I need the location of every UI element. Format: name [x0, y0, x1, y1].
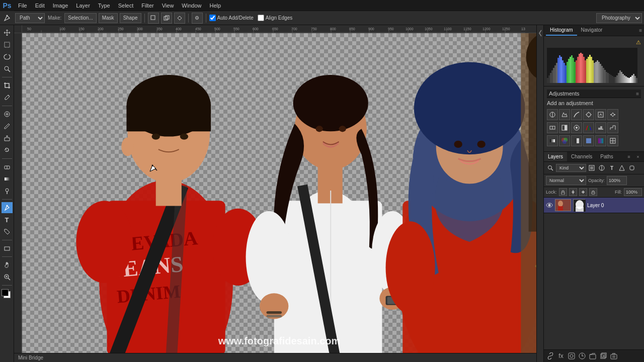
layer-visibility-btn[interactable]	[546, 202, 553, 209]
lock-transparency-btn[interactable]	[559, 188, 567, 196]
menu-image[interactable]: Image	[49, 2, 72, 10]
type-tool[interactable]: T	[2, 214, 13, 225]
pen-tool[interactable]	[2, 202, 13, 213]
blend-mode-select[interactable]: Normal Dissolve Multiply Screen Overlay	[546, 176, 586, 185]
menu-select[interactable]: Select	[114, 2, 138, 10]
mask-btn[interactable]: Mask	[99, 13, 118, 23]
path-ops-icon[interactable]	[148, 13, 159, 24]
lock-all-btn[interactable]	[589, 188, 597, 196]
delete-layer-btn[interactable]	[609, 351, 618, 360]
mini-bridge[interactable]: Mini Bridge	[14, 353, 536, 362]
menu-view[interactable]: View	[158, 2, 178, 10]
crop-tool[interactable]	[2, 80, 13, 91]
layers-panel-close[interactable]: ×	[634, 153, 642, 161]
color-swatches[interactable]	[2, 289, 13, 300]
lock-image-btn[interactable]	[569, 188, 577, 196]
svg-rect-166	[610, 75, 612, 83]
link-layers-btn[interactable]	[546, 351, 555, 360]
align-edges-checkbox[interactable]: Align Edges	[258, 15, 292, 21]
zoom-tool[interactable]	[2, 272, 13, 283]
layer-filter-kind[interactable]: Kind Name Effect Mode Attribute Color	[556, 164, 586, 172]
gradient-fill-btn[interactable]	[595, 135, 606, 146]
align-edges-input[interactable]	[258, 15, 264, 21]
new-fill-adj-btn[interactable]	[578, 351, 587, 360]
path-arrange-icon[interactable]	[174, 13, 185, 24]
color-balance-btn[interactable]	[547, 122, 558, 133]
gear-icon[interactable]: ⚙	[192, 13, 203, 24]
menu-edit[interactable]: Edit	[31, 2, 49, 10]
history-brush-tool[interactable]	[2, 145, 13, 156]
levels-btn[interactable]	[559, 109, 570, 120]
move-tool[interactable]	[2, 27, 13, 38]
shape-tool[interactable]	[2, 243, 13, 254]
path-type-select[interactable]: Path Shape Pixels	[15, 13, 45, 23]
filter-smart-icon[interactable]	[627, 163, 636, 172]
auto-add-delete-checkbox[interactable]: Auto Add/Delete	[209, 15, 254, 21]
tab-histogram[interactable]: Histogram	[546, 25, 577, 36]
add-mask-btn[interactable]	[567, 351, 576, 360]
new-group-btn[interactable]	[588, 351, 597, 360]
shape-btn[interactable]: Shape	[120, 13, 141, 23]
brush-tool[interactable]	[2, 121, 13, 132]
menu-filter[interactable]: Filter	[137, 2, 157, 10]
brightness-contrast-btn[interactable]	[547, 109, 558, 120]
photo-filter-btn[interactable]	[571, 122, 582, 133]
filter-pixel-icon[interactable]	[587, 163, 596, 172]
channel-mixer-btn[interactable]	[583, 122, 594, 133]
exposure-btn[interactable]	[583, 109, 594, 120]
selective-color-btn[interactable]	[559, 135, 570, 146]
workspace-preset-select[interactable]: Photography Essentials 3D Painting	[596, 13, 642, 23]
svg-rect-149	[585, 60, 586, 83]
panel-close-btn[interactable]: ≡	[639, 28, 642, 33]
menu-layer[interactable]: Layer	[72, 2, 94, 10]
layers-panel-menu[interactable]: ≡	[625, 153, 633, 161]
posterize-btn[interactable]	[595, 122, 606, 133]
clone-stamp-tool[interactable]	[2, 133, 13, 144]
lasso-tool[interactable]	[2, 51, 13, 62]
lock-position-btn[interactable]	[579, 188, 587, 196]
add-style-btn[interactable]: fx	[556, 351, 566, 360]
tab-paths[interactable]: Paths	[596, 152, 617, 161]
rectangle-select-tool[interactable]	[2, 39, 13, 50]
panels-collapse-button[interactable]	[536, 25, 543, 362]
adjustments-close[interactable]: ≡	[636, 91, 639, 97]
threshold-btn[interactable]	[607, 122, 618, 133]
bw-btn[interactable]	[559, 122, 570, 133]
filter-type-icon[interactable]: T	[607, 163, 616, 172]
path-select-tool[interactable]	[2, 226, 13, 237]
fill-input[interactable]	[624, 188, 642, 196]
tab-layers[interactable]: Layers	[544, 152, 567, 161]
filter-adj-icon[interactable]	[597, 163, 606, 172]
menu-type[interactable]: Type	[94, 2, 114, 10]
vibrance-btn[interactable]	[595, 109, 606, 120]
dodge-tool[interactable]	[2, 186, 13, 197]
solid-color-btn[interactable]	[583, 135, 594, 146]
canvas-area[interactable]: NEVADA JEANS DENIM	[22, 33, 536, 353]
svg-rect-137	[567, 62, 568, 83]
auto-add-delete-input[interactable]	[209, 15, 216, 21]
adjustments-panel: Adjustments ≡ Add an adjustment	[544, 86, 644, 152]
quick-select-tool[interactable]	[2, 63, 13, 74]
foreground-color[interactable]	[2, 289, 9, 296]
opacity-input[interactable]	[607, 176, 627, 185]
pattern-fill-btn[interactable]	[607, 135, 618, 146]
heal-tool[interactable]	[2, 109, 13, 120]
selection-btn[interactable]: Selection...	[64, 13, 96, 23]
hsl-btn[interactable]	[607, 109, 618, 120]
curves-btn[interactable]	[571, 109, 582, 120]
filter-shape-icon[interactable]	[617, 163, 626, 172]
tab-navigator[interactable]: Navigator	[577, 25, 607, 36]
eraser-tool[interactable]	[2, 161, 13, 172]
gradient-tool[interactable]	[2, 173, 13, 185]
menu-window[interactable]: Window	[178, 2, 205, 10]
hand-tool[interactable]	[2, 259, 13, 270]
path-combine-icon[interactable]	[161, 13, 172, 24]
menu-help[interactable]: Help	[205, 2, 225, 10]
eyedropper-tool[interactable]	[2, 92, 13, 103]
new-layer-btn[interactable]	[599, 351, 608, 360]
invert-btn[interactable]	[571, 135, 582, 146]
tab-channels[interactable]: Channels	[567, 152, 596, 161]
menu-file[interactable]: File	[14, 2, 31, 10]
gradient-map-btn[interactable]	[547, 135, 558, 146]
layer-item-0[interactable]: Layer 0	[544, 198, 644, 213]
